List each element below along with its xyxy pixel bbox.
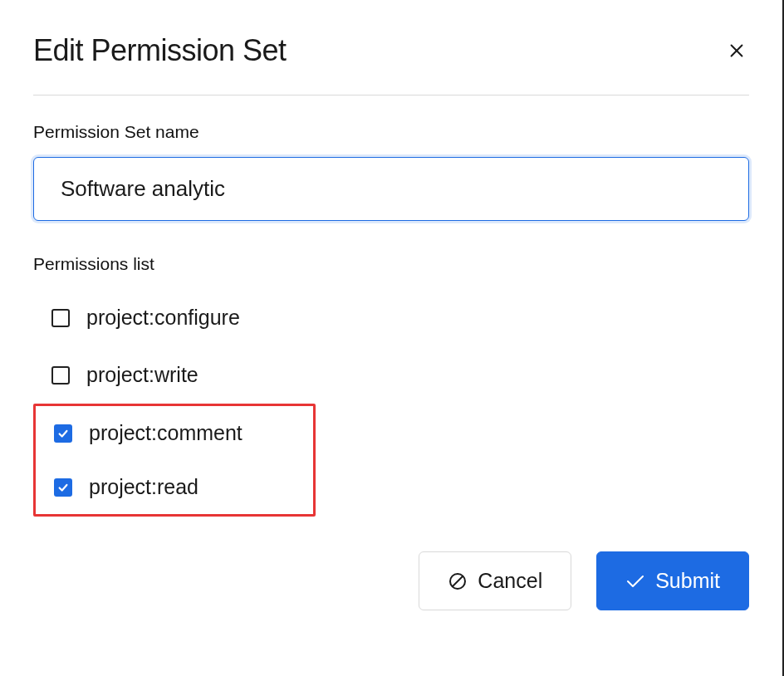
submit-button[interactable]: Submit <box>596 551 749 610</box>
permission-set-name-input[interactable] <box>33 157 749 221</box>
modal-actions: Cancel Submit <box>33 551 749 610</box>
modal-header: Edit Permission Set <box>33 33 749 95</box>
divider <box>33 95 749 96</box>
modal-title: Edit Permission Set <box>33 33 287 68</box>
cancel-icon <box>448 571 468 591</box>
permission-checkbox-project-read[interactable] <box>54 478 72 497</box>
permissions-list: project:configure project:write project:… <box>33 289 749 517</box>
highlighted-permissions: project:comment project:read <box>33 404 316 517</box>
cancel-button-label: Cancel <box>478 569 542 593</box>
close-icon <box>728 42 746 60</box>
permission-label: project:write <box>86 363 198 387</box>
permission-label: project:read <box>89 475 198 499</box>
svg-line-3 <box>453 576 463 586</box>
permission-item: project:configure <box>33 289 749 346</box>
permission-label: project:configure <box>86 306 240 330</box>
close-button[interactable] <box>724 38 749 63</box>
check-icon <box>57 428 69 439</box>
check-icon <box>57 482 69 493</box>
permission-item: project:write <box>33 346 749 404</box>
permission-checkbox-project-write[interactable] <box>51 366 70 385</box>
permission-item: project:comment <box>36 406 313 460</box>
permission-checkbox-project-configure[interactable] <box>51 309 70 327</box>
permission-label: project:comment <box>89 421 243 445</box>
permission-item: project:read <box>36 460 313 514</box>
permissions-section: Permissions list project:configure proje… <box>33 254 749 517</box>
permission-checkbox-project-comment[interactable] <box>54 424 72 443</box>
edit-permission-set-modal: Edit Permission Set Permission Set name … <box>0 0 784 676</box>
permissions-field-label: Permissions list <box>33 254 749 274</box>
submit-button-label: Submit <box>655 569 720 593</box>
name-field-label: Permission Set name <box>33 122 749 142</box>
check-icon <box>625 574 645 589</box>
cancel-button[interactable]: Cancel <box>419 551 571 610</box>
